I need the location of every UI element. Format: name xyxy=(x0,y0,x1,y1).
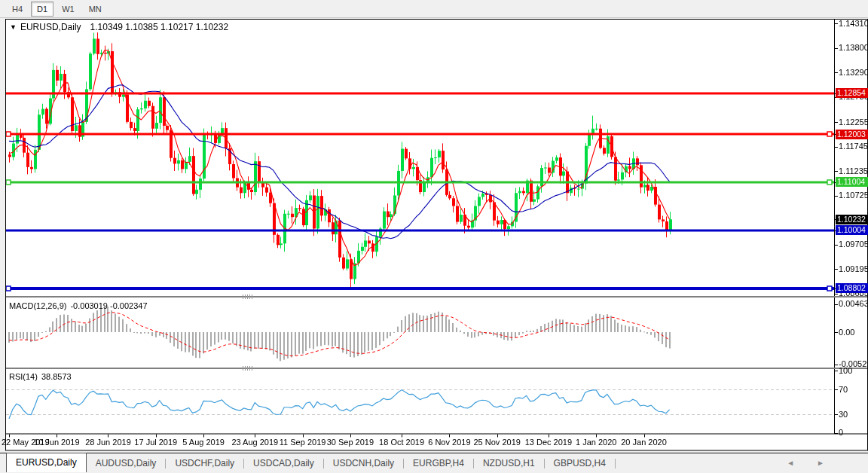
rsi-name: RSI(14) xyxy=(9,372,38,381)
price-badge: 1.11004 xyxy=(836,177,868,187)
tab-scroll-arrows: ◄► xyxy=(787,459,847,467)
price-axis-label: 1.13290 xyxy=(839,68,868,77)
chart-tab-nzdusd[interactable]: NZDUSD,H1 xyxy=(474,455,544,471)
price-axis-label: 1.09195 xyxy=(839,264,868,273)
price-badge: 1.10004 xyxy=(836,225,868,235)
rsi-axis-label: 100 xyxy=(839,366,852,375)
chart-tab-usdcnh[interactable]: USDCNH,Daily xyxy=(324,455,403,471)
tab-scroll-right-icon[interactable]: ► xyxy=(817,459,847,467)
rsi-axis-label: 0 xyxy=(839,428,843,437)
chart-title: ▼EURUSD,Daily1.10349 1.10385 1.10217 1.1… xyxy=(10,22,228,32)
price-axis-label: 1.11745 xyxy=(839,142,868,151)
price-axis-label: 1.10725 xyxy=(839,191,868,200)
rsi-axis-label: 70 xyxy=(839,385,848,394)
rsi-value: 38.8573 xyxy=(41,372,72,381)
mt4-chart-window: H4D1W1MN ▼EURUSD,Daily1.10349 1.10385 1.… xyxy=(0,0,868,473)
price-badge: 1.08802 xyxy=(836,283,868,293)
rsi-axis-label: 30 xyxy=(839,410,848,419)
chart-tab-gbpusd[interactable]: GBPUSD,H4 xyxy=(545,455,615,471)
tab-scroll-left-icon[interactable]: ◄ xyxy=(787,459,817,467)
macd-axis-label: 0.00463 xyxy=(839,299,868,308)
chart-ohlc-values: 1.10349 1.10385 1.10217 1.10232 xyxy=(90,22,229,32)
macd-axis-label: 0.00 xyxy=(839,328,854,337)
chart-tab-usdchf[interactable]: USDCHF,Daily xyxy=(166,455,243,471)
chart-tabs: EURUSD,DailyAUDUSD,DailyUSDCHF,DailyUSDC… xyxy=(0,454,616,472)
timeframe-button-mn[interactable]: MN xyxy=(83,2,108,17)
rsi-indicator-label: RSI(14)38.8573 xyxy=(9,372,72,381)
timeframe-button-w1[interactable]: W1 xyxy=(56,2,81,17)
chart-tab-usdcad[interactable]: USDCAD,Daily xyxy=(244,455,323,471)
macd-name: MACD(12,26,9) xyxy=(9,301,66,310)
price-axis-label: 1.14310 xyxy=(839,19,868,28)
price-badge: 1.10232 xyxy=(836,215,868,224)
macd-values: -0.003019 -0.002347 xyxy=(70,301,147,310)
tab-divider xyxy=(615,459,616,468)
price-axis-label: 1.13800 xyxy=(839,43,868,52)
timeframe-button-h4[interactable]: H4 xyxy=(6,2,29,17)
price-chart-canvas[interactable] xyxy=(0,0,868,473)
price-badge: 1.12003 xyxy=(836,130,868,139)
time-axis-label: 20 Jan 2020 xyxy=(614,438,674,447)
chart-tab-eurgbp[interactable]: EURGBP,H4 xyxy=(404,455,473,471)
chart-tab-audusd[interactable]: AUDUSD,Daily xyxy=(87,455,166,471)
chart-tab-eurusd[interactable]: EURUSD,Daily xyxy=(6,453,87,472)
chart-tab-bar: EURUSD,DailyAUDUSD,DailyUSDCHF,DailyUSDC… xyxy=(0,453,868,473)
chevron-down-icon[interactable]: ▼ xyxy=(10,23,17,31)
timeframe-button-d1[interactable]: D1 xyxy=(31,2,53,17)
price-axis-label: 1.09705 xyxy=(839,240,868,249)
macd-indicator-label: MACD(12,26,9)-0.003019 -0.002347 xyxy=(9,301,148,310)
timeframe-toolbar: H4D1W1MN xyxy=(0,0,868,18)
price-axis-label: 1.11235 xyxy=(839,166,868,175)
chart-symbol-label: EURUSD,Daily xyxy=(20,22,81,32)
price-badge: 1.12854 xyxy=(836,88,868,98)
price-axis-label: 1.12255 xyxy=(839,117,868,127)
